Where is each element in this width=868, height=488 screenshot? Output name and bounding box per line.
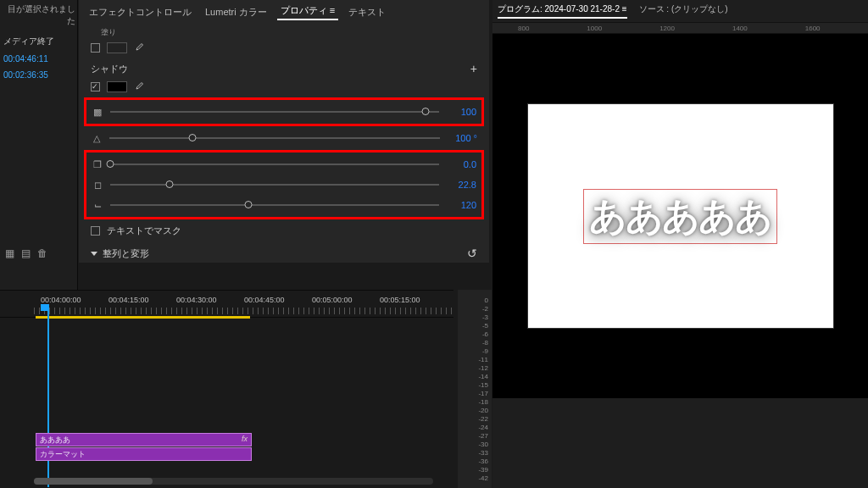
panel-tabs: エフェクトコントロール Lumetri カラー プロパティ ≡ テキスト — [79, 0, 489, 20]
shadow-row — [91, 77, 477, 96]
fill-checkbox[interactable] — [91, 43, 100, 53]
db-mark: -9 — [482, 347, 488, 355]
thumb-view-icon[interactable]: ▤ — [21, 247, 31, 259]
db-mark: -18 — [478, 398, 488, 406]
ruler-mark: 1600 — [805, 25, 821, 32]
ruler-mark: 1400 — [732, 25, 748, 32]
title-text[interactable]: あああああ — [589, 191, 771, 241]
clip-text-title[interactable]: ああああfx — [36, 433, 252, 446]
shadow-section-header: シャドウ + — [91, 57, 477, 77]
reset-icon[interactable]: ↺ — [467, 247, 477, 260]
mask-with-text-row: テキストでマスク — [91, 221, 477, 240]
time-tick: 00:04:45:00 — [244, 296, 285, 304]
shadow-angle-value[interactable]: 100 ° — [447, 133, 477, 143]
tab-properties[interactable]: プロパティ ≡ — [277, 3, 338, 20]
tab-lumetri-color[interactable]: Lumetri カラー — [202, 4, 270, 20]
shadow-blur-slider-row: ⌙ 120 — [92, 195, 476, 215]
db-mark: -39 — [478, 466, 488, 474]
time-ruler[interactable]: 00:04:00:0000:04:15:0000:04:30:0000:04:4… — [0, 291, 453, 318]
shadow-blur-slider[interactable] — [110, 204, 439, 206]
fill-eyedropper-icon[interactable] — [134, 42, 144, 53]
time-tick: 00:04:30:00 — [176, 296, 217, 304]
disclosure-triangle-icon — [91, 252, 97, 256]
db-mark: -8 — [482, 339, 488, 347]
time-tick: 00:05:00:00 — [312, 296, 353, 304]
time-tick: 00:04:15:00 — [108, 296, 149, 304]
tab-text[interactable]: テキスト — [345, 4, 389, 20]
ruler-mark: 1000 — [587, 25, 602, 32]
shadow-opacity-value[interactable]: 100 — [446, 107, 476, 117]
shadow-size-slider[interactable] — [110, 184, 439, 186]
timecode-1[interactable]: 00:04:46:11 — [0, 51, 77, 67]
shadow-size-value[interactable]: 22.8 — [446, 180, 476, 190]
selection-status: 目が選択されました — [0, 0, 77, 32]
trash-icon[interactable]: 🗑 — [37, 247, 47, 259]
canvas-area[interactable]: あああああ — [492, 34, 868, 398]
opacity-icon: ▩ — [92, 107, 103, 118]
project-left-column: 目が選択されました メディア終了 00:04:46:11 00:02:36:35… — [0, 0, 78, 290]
horizontal-ruler: 800 1000 1200 1400 1600 — [492, 22, 868, 34]
align-transform-header[interactable]: 整列と変形 ↺ — [91, 240, 477, 267]
list-view-icon[interactable]: ▦ — [5, 247, 14, 259]
db-mark: -27 — [478, 432, 488, 440]
highlight-box-distance-blur-spread: ❐ 0.0 ◻ 22.8 ⌙ 120 — [84, 150, 484, 219]
db-mark: -33 — [478, 449, 488, 457]
ruler-mark: 1200 — [659, 25, 675, 32]
db-mark: -17 — [478, 390, 488, 397]
db-mark: -5 — [482, 322, 488, 330]
db-mark: 0 — [485, 297, 488, 304]
timeline-scroll-thumb[interactable] — [34, 478, 153, 485]
db-mark: -12 — [478, 364, 488, 372]
db-mark: -30 — [478, 441, 488, 448]
media-end-label: メディア終了 — [0, 32, 77, 51]
tab-source[interactable]: ソース : (クリップなし) — [639, 3, 728, 19]
video-canvas[interactable]: あああああ — [528, 104, 833, 328]
shadow-section-label: シャドウ — [91, 63, 128, 75]
fill-color-swatch[interactable] — [107, 42, 127, 53]
shadow-distance-value[interactable]: 0.0 — [446, 159, 476, 169]
mask-with-text-checkbox[interactable] — [91, 226, 100, 236]
text-selection-frame[interactable]: あああああ — [583, 189, 777, 244]
add-shadow-button[interactable]: + — [470, 62, 477, 75]
project-footer-icons: ▦ ▤ 🗑 — [5, 247, 47, 259]
shadow-distance-slider-row: ❐ 0.0 — [92, 154, 476, 175]
timeline-panel: 00:04:00:0000:04:15:0000:04:30:0000:04:4… — [0, 290, 453, 488]
db-mark: -15 — [478, 381, 488, 389]
tab-program[interactable]: プログラム: 2024-07-30 21-28-2 ≡ — [498, 3, 627, 19]
size-icon: ◻ — [92, 180, 103, 191]
align-transform-label: 整列と変形 — [103, 248, 149, 258]
mask-with-text-label: テキストでマスク — [107, 225, 181, 237]
db-mark: -14 — [478, 373, 488, 380]
shadow-opacity-slider-row: ▩ 100 — [92, 102, 476, 122]
angle-icon: △ — [91, 133, 103, 144]
shadow-angle-slider-row: △ 100 ° — [91, 128, 477, 148]
db-mark: -11 — [478, 356, 488, 363]
fill-section-label: 塗り — [91, 27, 477, 38]
shadow-size-slider-row: ◻ 22.8 — [92, 175, 476, 195]
shadow-blur-value[interactable]: 120 — [446, 200, 476, 210]
shadow-distance-slider[interactable] — [110, 164, 439, 165]
shadow-checkbox[interactable] — [91, 82, 100, 92]
shadow-angle-slider[interactable] — [109, 137, 440, 139]
fill-row — [91, 38, 477, 57]
db-mark: -20 — [478, 407, 488, 414]
tab-effect-controls[interactable]: エフェクトコントロール — [86, 4, 195, 20]
blur-icon: ⌙ — [92, 200, 103, 211]
shadow-color-swatch[interactable] — [107, 81, 127, 92]
monitor-tabs: プログラム: 2024-07-30 21-28-2 ≡ ソース : (クリップな… — [492, 0, 868, 22]
db-mark: -42 — [478, 474, 488, 482]
clip-color-matte[interactable]: カラーマット — [36, 447, 252, 461]
audio-meter: 0-2-3-5-6-8-9-11-12-14-15-17-18-20-22-24… — [458, 290, 492, 488]
timeline-scrollbar[interactable] — [34, 478, 433, 485]
db-mark: -6 — [482, 330, 488, 338]
time-tick: 00:04:00:00 — [41, 296, 81, 304]
timecode-2[interactable]: 00:02:36:35 — [0, 67, 77, 83]
db-mark: -3 — [482, 313, 488, 321]
shadow-eyedropper-icon[interactable] — [134, 81, 144, 92]
shadow-opacity-slider[interactable] — [110, 111, 439, 113]
properties-panel: エフェクトコントロール Lumetri カラー プロパティ ≡ テキスト 塗り … — [79, 0, 489, 263]
work-area-bar[interactable] — [36, 316, 250, 319]
distance-icon: ❐ — [92, 159, 103, 170]
db-mark: -24 — [478, 424, 488, 431]
ruler-mark: 800 — [518, 25, 529, 32]
